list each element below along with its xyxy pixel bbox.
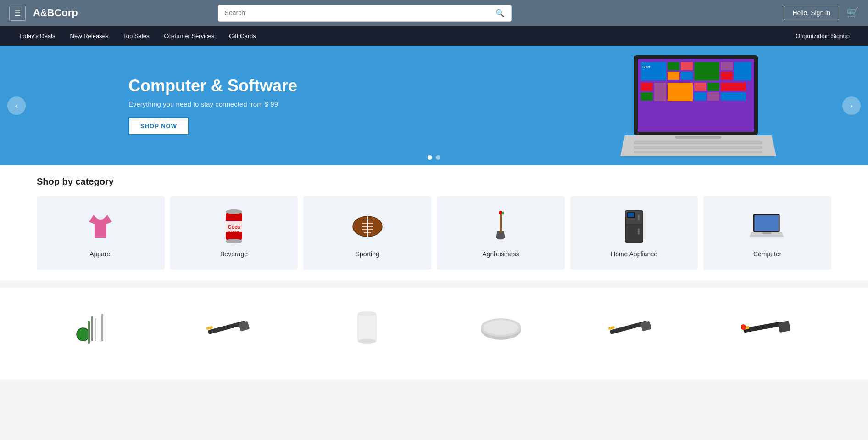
sidebar-item-customer-services[interactable]: Costumer Services (156, 27, 222, 45)
sidebar-item-todays-deals[interactable]: Today's Deals (11, 27, 63, 45)
svg-rect-23 (634, 141, 762, 144)
sidebar-item-org-signup[interactable]: Organization Signup (788, 27, 857, 45)
sidebar-item-new-releases[interactable]: New Releases (63, 27, 116, 45)
hammer-svg-2 (607, 311, 662, 344)
category-apparel[interactable]: Apparel (37, 196, 165, 270)
svg-rect-13 (654, 83, 666, 101)
svg-rect-16 (694, 92, 706, 101)
svg-rect-49 (628, 213, 634, 217)
svg-rect-25 (634, 151, 762, 153)
hero-dot-1[interactable] (428, 155, 432, 160)
svg-rect-14 (668, 83, 693, 101)
category-beverage[interactable]: Coca Cola Beverage (170, 196, 298, 270)
search-icon: 🔍 (495, 9, 505, 17)
search-bar: 🔍 (218, 5, 512, 22)
product-card-1[interactable] (37, 297, 161, 361)
apparel-label: Apparel (89, 250, 111, 258)
apparel-icon (82, 208, 119, 245)
svg-point-66 (484, 320, 518, 335)
svg-rect-56 (95, 318, 96, 341)
product-img-6 (741, 305, 796, 350)
hero-dots (428, 155, 440, 160)
categories-section: Shop by category Apparel Coca Cola (0, 165, 868, 281)
navbar-right: Organization Signup (788, 32, 857, 40)
svg-rect-47 (638, 228, 640, 235)
signin-button[interactable]: Hello, Sign in (784, 6, 839, 20)
svg-rect-24 (634, 146, 762, 149)
hero-image: Start (620, 46, 776, 165)
search-button[interactable]: 🔍 (489, 5, 511, 21)
svg-text:Coca: Coca (228, 224, 241, 230)
svg-rect-18 (707, 92, 719, 101)
hero-title: Computer & Software (128, 76, 297, 96)
product-1-svg (74, 307, 124, 348)
hammer-svg-1 (206, 311, 261, 344)
products-grid (37, 297, 831, 361)
svg-rect-5 (681, 62, 693, 70)
shop-now-button[interactable]: SHOP NOW (128, 117, 189, 135)
menu-button[interactable]: ☰ (9, 6, 26, 21)
device-svg (476, 309, 526, 346)
product-card-3[interactable] (305, 297, 429, 361)
tshirt-svg (84, 210, 117, 243)
svg-text:Cola: Cola (228, 230, 240, 235)
svg-rect-42 (502, 212, 504, 214)
svg-rect-41 (499, 211, 502, 214)
container-svg (346, 305, 388, 350)
categories-title: Shop by category (37, 176, 831, 187)
svg-rect-15 (694, 83, 706, 91)
svg-rect-40 (500, 213, 502, 233)
sidebar-item-top-sales[interactable]: Top Sales (116, 27, 156, 45)
beverage-label: Beverage (220, 250, 248, 258)
svg-text:Start: Start (642, 65, 651, 69)
hero-dot-2[interactable] (436, 155, 440, 160)
beverage-icon: Coca Cola (216, 208, 252, 245)
sidebar-item-gift-cards[interactable]: Gift Cards (222, 27, 263, 45)
svg-rect-8 (721, 62, 733, 70)
svg-rect-11 (641, 83, 653, 91)
svg-rect-19 (721, 83, 746, 91)
product-card-2[interactable] (171, 297, 295, 361)
product-img-5 (607, 305, 662, 350)
category-home-appliance[interactable]: Home Appliance (570, 196, 698, 270)
navbar-left: Today's Deals New Releases Top Sales Cos… (11, 27, 263, 45)
svg-rect-22 (675, 136, 721, 139)
logo-corp: Corp (54, 7, 78, 18)
hero-content: Computer & Software Everything you need … (0, 76, 297, 135)
logo-a: A (33, 7, 40, 18)
cart-button[interactable]: 🛒 (846, 7, 859, 19)
svg-point-53 (77, 328, 89, 341)
navbar: Today's Deals New Releases Top Sales Cos… (0, 26, 868, 46)
laptop-category-svg (749, 210, 786, 243)
products-section (0, 288, 868, 380)
computer-icon (749, 208, 786, 245)
category-sporting[interactable]: Sporting (303, 196, 431, 270)
svg-point-31 (226, 239, 242, 243)
category-computer[interactable]: Computer (703, 196, 831, 270)
search-input[interactable] (218, 5, 489, 21)
laptop-illustration: Start (620, 51, 776, 161)
product-card-4[interactable] (439, 297, 563, 361)
category-agribusiness[interactable]: Agribusiness (437, 196, 565, 270)
svg-rect-7 (694, 62, 719, 80)
svg-rect-45 (626, 225, 642, 242)
logo: A&BCorp (33, 7, 78, 19)
hero-next-button[interactable]: › (842, 96, 861, 115)
svg-rect-10 (734, 62, 751, 80)
svg-rect-61 (358, 314, 376, 341)
product-card-6[interactable] (707, 297, 831, 361)
product-card-5[interactable] (573, 297, 697, 361)
agribusiness-icon (482, 208, 519, 245)
product-img-2 (206, 305, 261, 350)
svg-point-63 (358, 339, 376, 344)
computer-label: Computer (753, 250, 781, 258)
hero-subtitle: Everything you need to stay connected fr… (128, 100, 297, 108)
football-svg (349, 210, 386, 243)
svg-rect-4 (668, 72, 679, 80)
svg-rect-12 (641, 92, 653, 101)
svg-rect-46 (638, 214, 640, 221)
product-img-1 (72, 305, 127, 350)
home-appliance-label: Home Appliance (611, 250, 657, 258)
svg-point-62 (358, 311, 376, 316)
svg-rect-54 (88, 321, 90, 344)
